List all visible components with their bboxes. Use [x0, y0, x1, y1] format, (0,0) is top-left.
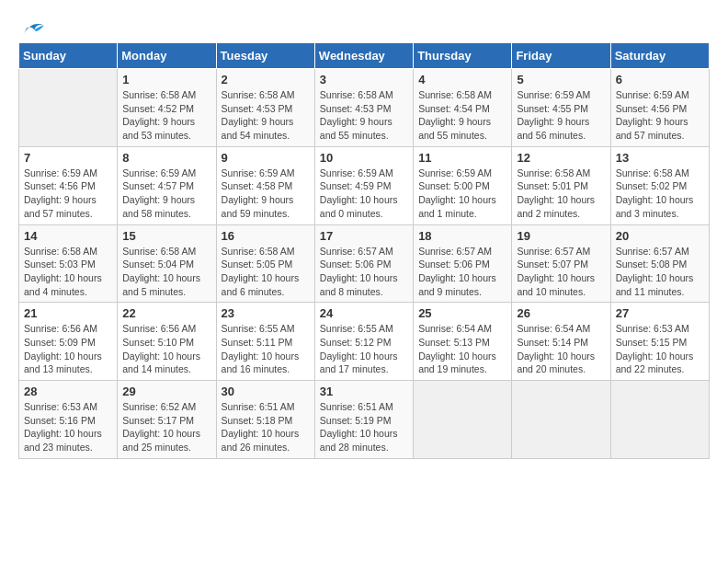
header-monday: Monday [118, 43, 216, 69]
calendar-cell: 12Sunrise: 6:58 AMSunset: 5:01 PMDayligh… [512, 146, 610, 224]
calendar-cell: 13Sunrise: 6:58 AMSunset: 5:02 PMDayligh… [610, 146, 709, 224]
day-number: 20 [616, 229, 704, 243]
day-number: 24 [320, 306, 408, 320]
calendar-cell [512, 381, 610, 459]
day-info: Sunrise: 6:58 AMSunset: 5:01 PMDaylight:… [517, 167, 605, 221]
day-info: Sunrise: 6:59 AMSunset: 4:59 PMDaylight:… [320, 167, 408, 221]
day-info: Sunrise: 6:51 AMSunset: 5:18 PMDaylight:… [222, 400, 310, 454]
day-info: Sunrise: 6:59 AMSunset: 4:56 PMDaylight:… [24, 167, 112, 221]
day-number: 1 [122, 73, 210, 86]
day-number: 11 [418, 151, 506, 165]
calendar-cell [414, 381, 512, 459]
calendar-cell [610, 381, 709, 459]
calendar-cell: 11Sunrise: 6:59 AMSunset: 5:00 PMDayligh… [414, 146, 512, 224]
day-info: Sunrise: 6:55 AMSunset: 5:11 PMDaylight:… [222, 322, 310, 376]
calendar-cell: 4Sunrise: 6:58 AMSunset: 4:54 PMDaylight… [414, 69, 512, 147]
calendar-cell: 26Sunrise: 6:54 AMSunset: 5:14 PMDayligh… [512, 303, 610, 381]
day-info: Sunrise: 6:53 AMSunset: 5:16 PMDaylight:… [24, 400, 112, 454]
day-number: 29 [122, 385, 210, 398]
day-number: 6 [616, 73, 704, 86]
calendar-cell: 9Sunrise: 6:59 AMSunset: 4:58 PMDaylight… [216, 146, 314, 224]
calendar-cell: 14Sunrise: 6:58 AMSunset: 5:03 PMDayligh… [19, 224, 118, 303]
day-number: 17 [320, 229, 408, 243]
day-info: Sunrise: 6:57 AMSunset: 5:07 PMDaylight:… [517, 245, 605, 299]
day-info: Sunrise: 6:52 AMSunset: 5:17 PMDaylight:… [122, 400, 210, 454]
day-info: Sunrise: 6:58 AMSunset: 4:53 PMDaylight:… [320, 88, 408, 143]
day-number: 30 [222, 385, 310, 398]
day-info: Sunrise: 6:59 AMSunset: 4:56 PMDaylight:… [616, 88, 704, 143]
calendar-cell: 18Sunrise: 6:57 AMSunset: 5:06 PMDayligh… [414, 224, 512, 303]
calendar-cell [19, 69, 118, 147]
day-info: Sunrise: 6:58 AMSunset: 5:03 PMDaylight:… [24, 245, 112, 299]
day-info: Sunrise: 6:51 AMSunset: 5:19 PMDaylight:… [320, 400, 408, 454]
calendar-cell: 20Sunrise: 6:57 AMSunset: 5:08 PMDayligh… [610, 224, 709, 303]
calendar-cell: 21Sunrise: 6:56 AMSunset: 5:09 PMDayligh… [19, 303, 118, 381]
day-number: 9 [222, 151, 310, 165]
header-wednesday: Wednesday [314, 43, 413, 69]
calendar-cell: 28Sunrise: 6:53 AMSunset: 5:16 PMDayligh… [19, 381, 118, 459]
header-sunday: Sunday [19, 43, 118, 69]
logo-bird-icon [20, 18, 48, 37]
day-info: Sunrise: 6:58 AMSunset: 5:02 PMDaylight:… [616, 167, 704, 221]
day-number: 26 [517, 306, 605, 320]
day-info: Sunrise: 6:56 AMSunset: 5:10 PMDaylight:… [122, 322, 210, 376]
day-number: 16 [222, 229, 310, 243]
day-number: 27 [616, 306, 704, 320]
logo [18, 18, 48, 33]
day-number: 14 [24, 229, 112, 243]
calendar-cell: 5Sunrise: 6:59 AMSunset: 4:55 PMDaylight… [512, 69, 610, 147]
day-info: Sunrise: 6:54 AMSunset: 5:13 PMDaylight:… [418, 322, 506, 376]
calendar-cell: 2Sunrise: 6:58 AMSunset: 4:53 PMDaylight… [216, 69, 314, 147]
calendar-cell: 23Sunrise: 6:55 AMSunset: 5:11 PMDayligh… [216, 303, 314, 381]
day-info: Sunrise: 6:55 AMSunset: 5:12 PMDaylight:… [320, 322, 408, 376]
day-info: Sunrise: 6:58 AMSunset: 5:04 PMDaylight:… [122, 245, 210, 299]
calendar-cell: 25Sunrise: 6:54 AMSunset: 5:13 PMDayligh… [414, 303, 512, 381]
header-row: SundayMondayTuesdayWednesdayThursdayFrid… [19, 43, 710, 69]
week-row-5: 28Sunrise: 6:53 AMSunset: 5:16 PMDayligh… [19, 381, 710, 459]
day-number: 22 [122, 306, 210, 320]
calendar-cell: 22Sunrise: 6:56 AMSunset: 5:10 PMDayligh… [118, 303, 216, 381]
day-number: 31 [320, 385, 408, 398]
calendar-cell: 31Sunrise: 6:51 AMSunset: 5:19 PMDayligh… [314, 381, 413, 459]
week-row-2: 7Sunrise: 6:59 AMSunset: 4:56 PMDaylight… [19, 146, 710, 224]
calendar-cell: 7Sunrise: 6:59 AMSunset: 4:56 PMDaylight… [19, 146, 118, 224]
day-number: 25 [418, 306, 506, 320]
calendar-cell: 29Sunrise: 6:52 AMSunset: 5:17 PMDayligh… [118, 381, 216, 459]
header-friday: Friday [512, 43, 610, 69]
day-number: 15 [122, 229, 210, 243]
day-number: 18 [418, 229, 506, 243]
header-thursday: Thursday [414, 43, 512, 69]
day-number: 23 [222, 306, 310, 320]
calendar-cell: 15Sunrise: 6:58 AMSunset: 5:04 PMDayligh… [118, 224, 216, 303]
calendar-cell: 27Sunrise: 6:53 AMSunset: 5:15 PMDayligh… [610, 303, 709, 381]
day-number: 8 [122, 151, 210, 165]
calendar-table: SundayMondayTuesdayWednesdayThursdayFrid… [18, 42, 710, 459]
day-info: Sunrise: 6:57 AMSunset: 5:08 PMDaylight:… [616, 245, 704, 299]
day-info: Sunrise: 6:59 AMSunset: 5:00 PMDaylight:… [418, 167, 506, 221]
day-info: Sunrise: 6:58 AMSunset: 5:05 PMDaylight:… [222, 245, 310, 299]
calendar-cell: 16Sunrise: 6:58 AMSunset: 5:05 PMDayligh… [216, 224, 314, 303]
calendar-cell: 1Sunrise: 6:58 AMSunset: 4:52 PMDaylight… [118, 69, 216, 147]
day-info: Sunrise: 6:58 AMSunset: 4:53 PMDaylight:… [222, 88, 310, 143]
calendar-cell: 6Sunrise: 6:59 AMSunset: 4:56 PMDaylight… [610, 69, 709, 147]
day-info: Sunrise: 6:57 AMSunset: 5:06 PMDaylight:… [418, 245, 506, 299]
day-number: 19 [517, 229, 605, 243]
day-info: Sunrise: 6:56 AMSunset: 5:09 PMDaylight:… [24, 322, 112, 376]
calendar-cell: 8Sunrise: 6:59 AMSunset: 4:57 PMDaylight… [118, 146, 216, 224]
day-number: 5 [517, 73, 605, 86]
day-number: 28 [24, 385, 112, 398]
calendar-cell: 10Sunrise: 6:59 AMSunset: 4:59 PMDayligh… [314, 146, 413, 224]
day-info: Sunrise: 6:59 AMSunset: 4:57 PMDaylight:… [122, 167, 210, 221]
header-saturday: Saturday [610, 43, 709, 69]
page-header [18, 18, 710, 33]
day-info: Sunrise: 6:54 AMSunset: 5:14 PMDaylight:… [517, 322, 605, 376]
week-row-3: 14Sunrise: 6:58 AMSunset: 5:03 PMDayligh… [19, 224, 710, 303]
calendar-cell: 3Sunrise: 6:58 AMSunset: 4:53 PMDaylight… [314, 69, 413, 147]
day-info: Sunrise: 6:57 AMSunset: 5:06 PMDaylight:… [320, 245, 408, 299]
day-info: Sunrise: 6:58 AMSunset: 4:52 PMDaylight:… [122, 88, 210, 143]
week-row-4: 21Sunrise: 6:56 AMSunset: 5:09 PMDayligh… [19, 303, 710, 381]
header-tuesday: Tuesday [216, 43, 314, 69]
calendar-cell: 30Sunrise: 6:51 AMSunset: 5:18 PMDayligh… [216, 381, 314, 459]
day-number: 12 [517, 151, 605, 165]
calendar-cell: 24Sunrise: 6:55 AMSunset: 5:12 PMDayligh… [314, 303, 413, 381]
